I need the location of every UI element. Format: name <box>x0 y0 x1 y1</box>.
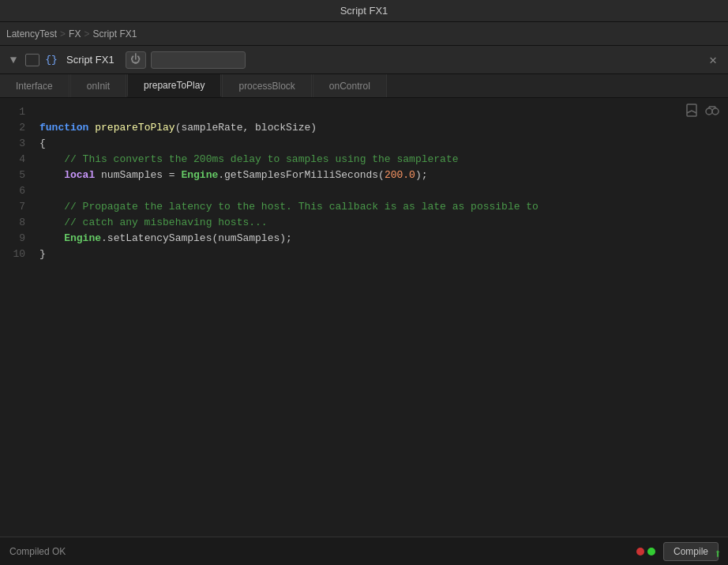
toolbar-script-name: Script FX1 <box>66 54 114 66</box>
new-file-icon[interactable] <box>25 54 39 66</box>
brackets-icon[interactable]: {} <box>44 53 58 67</box>
breadcrumb-bar: LatencyTest > FX > Script FX1 <box>0 22 728 46</box>
tab-oninit-label: onInit <box>87 81 110 92</box>
power-button[interactable]: ⏻ <box>126 51 146 69</box>
tab-oncontrol[interactable]: onControl <box>313 74 387 97</box>
tab-preparetoplay[interactable]: prepareToPlay <box>127 74 221 97</box>
breadcrumb-part2[interactable]: FX <box>69 28 81 40</box>
close-icon: ✕ <box>709 52 717 68</box>
code-lines[interactable]: function prepareToPlay(sampleRate, block… <box>32 104 728 530</box>
breadcrumb-part1[interactable]: LatencyTest <box>6 28 57 40</box>
title-bar: Script FX1 <box>0 0 728 22</box>
svg-point-1 <box>706 108 712 115</box>
close-button[interactable]: ✕ <box>704 51 722 69</box>
bookmark-icon[interactable] <box>684 103 700 119</box>
window-title: Script FX1 <box>340 5 388 17</box>
compile-button[interactable]: Compile <box>663 542 719 561</box>
search-input[interactable] <box>151 51 246 69</box>
tab-interface[interactable]: Interface <box>0 74 69 97</box>
binoculars-icon[interactable] <box>704 103 720 119</box>
tab-interface-label: Interface <box>16 81 53 92</box>
tab-preparetoplay-label: prepareToPlay <box>144 80 205 91</box>
tab-oninit[interactable]: onInit <box>70 74 126 97</box>
breadcrumb-sep1: > <box>60 28 66 40</box>
tab-oncontrol-label: onControl <box>329 81 370 92</box>
up-arrow-icon[interactable]: ⬆ <box>714 546 722 562</box>
svg-point-2 <box>712 108 719 115</box>
status-indicators <box>636 548 655 556</box>
tab-processblock[interactable]: processBlock <box>222 74 311 97</box>
line-numbers: 1 2 3 4 5 6 7 8 9 10 <box>0 104 32 530</box>
status-bar: Compiled OK Compile <box>0 537 728 565</box>
editor-actions <box>684 103 720 119</box>
tabs-bar: Interface onInit prepareToPlay processBl… <box>0 74 728 98</box>
indicator-green <box>647 548 655 556</box>
toolbar: ▼ {} Script FX1 ⏻ ✕ <box>0 46 728 74</box>
triangle-down-icon[interactable]: ▼ <box>6 53 21 67</box>
tab-processblock-label: processBlock <box>238 81 295 92</box>
indicator-red <box>636 548 644 556</box>
code-editor: 1 2 3 4 5 6 7 8 9 10 function prepareToP… <box>0 98 728 537</box>
power-icon: ⏻ <box>130 54 141 66</box>
status-text: Compiled OK <box>9 546 636 557</box>
code-container[interactable]: 1 2 3 4 5 6 7 8 9 10 function prepareToP… <box>0 98 728 537</box>
breadcrumb-sep2: > <box>84 28 89 40</box>
breadcrumb-part3[interactable]: Script FX1 <box>92 28 137 40</box>
